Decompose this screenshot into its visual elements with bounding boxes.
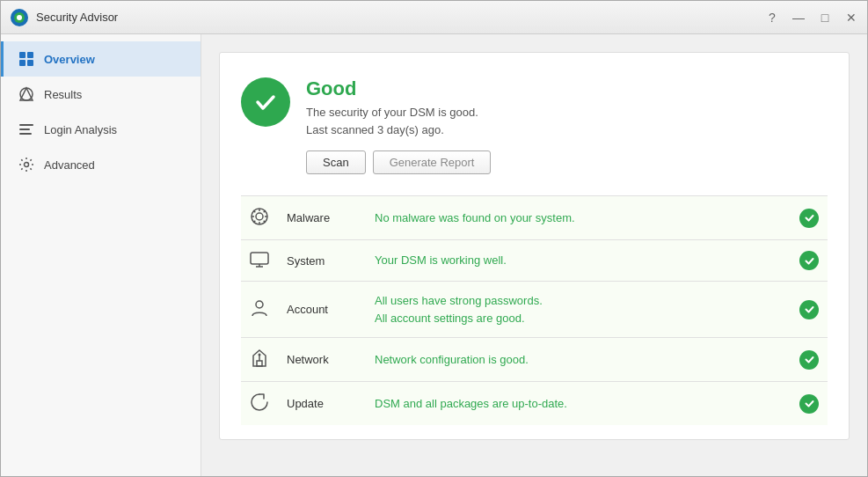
update-ok-icon bbox=[799, 394, 819, 414]
update-icon-cell bbox=[241, 382, 278, 426]
checks-table: Malware No malware was found on your sys… bbox=[241, 195, 828, 425]
main-layout: Overview Results bbox=[1, 34, 867, 476]
svg-point-14 bbox=[256, 213, 263, 220]
svg-point-7 bbox=[20, 88, 33, 100]
svg-rect-3 bbox=[19, 52, 26, 58]
account-desc-line1: All users have strong passwords. bbox=[375, 292, 782, 310]
check-ok-checkmark bbox=[804, 212, 815, 224]
svg-line-21 bbox=[264, 210, 266, 212]
svg-rect-4 bbox=[27, 52, 33, 58]
account-icon-cell bbox=[241, 282, 278, 338]
status-description: The security of your DSM is good. Last s… bbox=[306, 104, 491, 138]
svg-point-26 bbox=[256, 301, 263, 308]
account-status bbox=[791, 282, 828, 338]
network-status bbox=[791, 338, 828, 382]
update-description: DSM and all packages are up-to-date. bbox=[366, 382, 791, 426]
check-ok-checkmark bbox=[804, 255, 815, 267]
malware-status bbox=[791, 196, 828, 240]
status-desc-line1: The security of your DSM is good. bbox=[306, 104, 491, 121]
sidebar-item-login-analysis[interactable]: Login Analysis bbox=[1, 112, 201, 147]
window-controls: ? — □ ✕ bbox=[765, 11, 858, 25]
status-header: Good The security of your DSM is good. L… bbox=[241, 77, 828, 174]
titlebar: Security Advisor ? — □ ✕ bbox=[1, 1, 867, 34]
advanced-icon bbox=[18, 156, 35, 173]
minimize-button[interactable]: — bbox=[791, 11, 806, 25]
svg-point-12 bbox=[25, 163, 29, 167]
maximize-button[interactable]: □ bbox=[818, 11, 832, 25]
sidebar-item-results[interactable]: Results bbox=[1, 77, 201, 112]
checkmark-icon bbox=[252, 89, 279, 115]
app-logo bbox=[10, 8, 29, 27]
sidebar: Overview Results bbox=[1, 34, 201, 476]
table-row: Malware No malware was found on your sys… bbox=[241, 196, 828, 240]
status-icon-circle bbox=[241, 77, 290, 127]
table-row: Account All users have strong passwords.… bbox=[241, 282, 828, 338]
sidebar-item-advanced[interactable]: Advanced bbox=[1, 147, 201, 182]
scan-button[interactable]: Scan bbox=[306, 150, 366, 174]
sidebar-item-overview[interactable]: Overview bbox=[1, 41, 201, 77]
check-ok-checkmark bbox=[804, 398, 815, 409]
update-name: Update bbox=[278, 382, 366, 426]
status-info: Good The security of your DSM is good. L… bbox=[306, 77, 491, 174]
network-ok-icon bbox=[799, 350, 819, 370]
update-icon bbox=[250, 393, 269, 412]
system-icon-cell bbox=[241, 240, 278, 282]
svg-rect-23 bbox=[251, 253, 268, 264]
network-icon-cell bbox=[241, 338, 278, 382]
system-icon bbox=[250, 252, 269, 268]
sidebar-item-overview-label: Overview bbox=[44, 53, 95, 66]
network-description: Network configuration is good. bbox=[366, 338, 791, 382]
account-name: Account bbox=[278, 282, 366, 338]
check-ok-checkmark bbox=[804, 354, 815, 365]
check-ok-checkmark bbox=[804, 304, 815, 315]
table-row: System Your DSM is working well. bbox=[241, 240, 828, 282]
network-name: Network bbox=[278, 338, 366, 382]
malware-icon-cell bbox=[241, 196, 278, 240]
svg-line-22 bbox=[253, 221, 255, 223]
system-ok-icon bbox=[799, 251, 819, 270]
svg-rect-5 bbox=[19, 60, 26, 66]
system-name: System bbox=[278, 240, 366, 282]
svg-point-29 bbox=[259, 354, 261, 356]
svg-rect-9 bbox=[19, 124, 33, 126]
account-icon bbox=[251, 298, 268, 318]
svg-rect-11 bbox=[19, 133, 32, 135]
account-ok-icon bbox=[799, 300, 819, 319]
table-row: Network Network configuration is good. bbox=[241, 338, 828, 382]
overview-card: Good The security of your DSM is good. L… bbox=[219, 52, 850, 440]
malware-name: Malware bbox=[278, 196, 366, 240]
content-area: Good The security of your DSM is good. L… bbox=[201, 34, 867, 476]
table-row: Update DSM and all packages are up-to-da… bbox=[241, 382, 828, 426]
svg-line-20 bbox=[264, 221, 266, 223]
overview-icon bbox=[18, 50, 35, 68]
malware-icon bbox=[250, 207, 269, 226]
system-status bbox=[791, 240, 828, 282]
account-description: All users have strong passwords. All acc… bbox=[366, 282, 791, 338]
update-status bbox=[791, 382, 828, 426]
svg-line-19 bbox=[253, 210, 255, 212]
sidebar-item-login-label: Login Analysis bbox=[44, 123, 117, 136]
app-window: Security Advisor ? — □ ✕ Overview bbox=[0, 0, 868, 477]
sidebar-item-results-label: Results bbox=[44, 88, 82, 101]
window-title: Security Advisor bbox=[36, 11, 765, 24]
sidebar-item-advanced-label: Advanced bbox=[44, 158, 95, 172]
svg-point-2 bbox=[17, 15, 22, 20]
svg-rect-27 bbox=[257, 361, 262, 366]
svg-rect-10 bbox=[19, 128, 30, 130]
login-analysis-icon bbox=[18, 121, 35, 138]
account-desc-line2: All account settings are good. bbox=[375, 310, 782, 327]
results-icon bbox=[18, 85, 35, 103]
malware-description: No malware was found on your system. bbox=[366, 196, 791, 240]
close-button[interactable]: ✕ bbox=[844, 11, 858, 25]
help-button[interactable]: ? bbox=[765, 11, 779, 25]
generate-report-button[interactable]: Generate Report bbox=[373, 150, 492, 174]
network-icon bbox=[250, 349, 269, 368]
status-desc-line2: Last scanned 3 day(s) ago. bbox=[306, 121, 491, 139]
svg-rect-6 bbox=[27, 60, 33, 66]
status-label: Good bbox=[306, 77, 491, 100]
system-description: Your DSM is working well. bbox=[366, 240, 791, 282]
malware-ok-icon bbox=[799, 209, 819, 228]
status-actions: Scan Generate Report bbox=[306, 150, 491, 174]
